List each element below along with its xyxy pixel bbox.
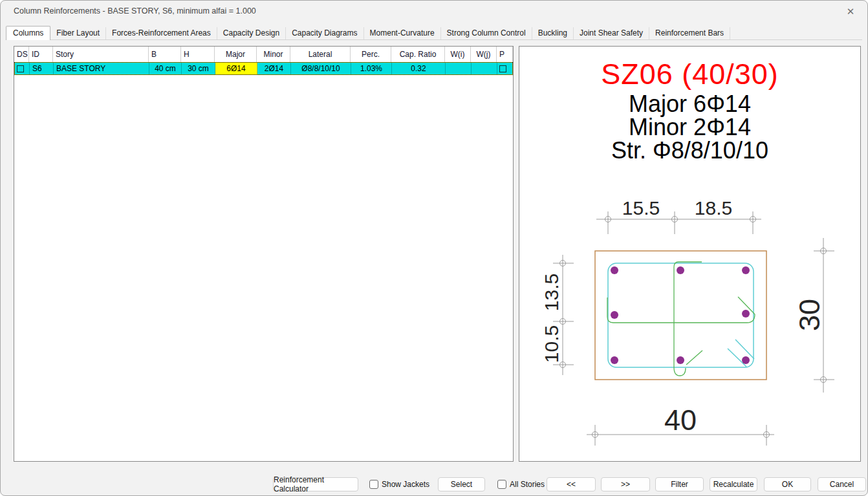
p-cell <box>497 63 512 74</box>
all-stories-checkbox[interactable] <box>497 480 506 489</box>
column-reinforcements-dialog: Column Reinforcements - BASE STORY, S6, … <box>0 0 868 496</box>
header-story[interactable]: Story <box>53 47 149 62</box>
b-cell: 40 cm <box>149 63 182 74</box>
previous-button[interactable]: << <box>547 477 596 491</box>
header-perc[interactable]: Perc. <box>351 47 391 62</box>
tab-moment-curvature[interactable]: Moment-Curvature <box>364 27 441 39</box>
columns-table-panel: DS ID Story B H Major Minor Lateral Perc… <box>14 46 514 462</box>
header-h[interactable]: H <box>181 47 215 62</box>
tab-strip: Columns Fiber Layout Forces-Reinforcemen… <box>6 27 862 40</box>
header-wj[interactable]: W(j) <box>471 47 497 62</box>
close-icon[interactable]: ✕ <box>843 5 858 19</box>
header-major[interactable]: Major <box>215 47 257 62</box>
all-stories-label: All Stories <box>510 480 545 489</box>
filter-button[interactable]: Filter <box>655 477 704 491</box>
id-cell: S6 <box>30 63 54 74</box>
tab-fiber-layout[interactable]: Fiber Layout <box>50 27 106 39</box>
dim-top-right-label: 18.5 <box>695 197 732 219</box>
dim-left-upper-label: 13.5 <box>541 274 562 311</box>
cancel-button[interactable]: Cancel <box>818 477 866 491</box>
rebar-dot <box>742 310 750 318</box>
rebar-dot <box>742 266 750 274</box>
stirrup-hooks <box>728 340 754 367</box>
section-preview-panel: SZ06 (40/30) Major 6Φ14 Minor 2Φ14 Str. … <box>519 46 861 462</box>
rebar-dot <box>742 356 750 364</box>
ok-button[interactable]: OK <box>764 477 811 491</box>
show-jackets-group: Show Jackets <box>369 477 429 491</box>
tab-joint-shear-safety[interactable]: Joint Shear Safety <box>574 27 649 39</box>
dim-right-label: 30 <box>793 299 826 331</box>
dimension-labels: 15.5 18.5 13.5 10.5 30 40 <box>541 197 826 437</box>
tab-strong-column-control[interactable]: Strong Column Control <box>441 27 532 39</box>
dim-bottom-label: 40 <box>664 404 697 437</box>
perc-cell: 1.03% <box>351 63 392 74</box>
story-cell: BASE STORY <box>54 63 149 74</box>
dim-top-left-label: 15.5 <box>622 197 660 219</box>
show-jackets-checkbox[interactable] <box>369 480 378 489</box>
major-cell[interactable]: 6Ø14 <box>215 63 257 74</box>
header-cap-ratio[interactable]: Cap. Ratio <box>391 47 445 62</box>
tab-capacity-diagrams[interactable]: Capacity Diagrams <box>286 27 363 39</box>
header-lateral[interactable]: Lateral <box>290 47 351 62</box>
table-row[interactable]: S6 BASE STORY 40 cm 30 cm 6Ø14 2Ø14 Ø8/8… <box>14 62 513 75</box>
header-ds[interactable]: DS <box>14 47 29 62</box>
rebar-dot <box>611 356 618 364</box>
tab-capacity-design[interactable]: Capacity Design <box>217 27 286 39</box>
tab-buckling[interactable]: Buckling <box>532 27 574 39</box>
lateral-cell[interactable]: Ø8/8/10/10 <box>291 63 351 74</box>
h-cell: 30 cm <box>182 63 215 74</box>
window-title: Column Reinforcements - BASE STORY, S6, … <box>14 6 256 16</box>
show-jackets-label: Show Jackets <box>382 480 429 489</box>
cap-ratio-cell: 0.32 <box>392 63 446 74</box>
rebar-dot <box>677 356 684 364</box>
outer-stirrup <box>608 263 754 367</box>
column-section-diagram: 15.5 18.5 13.5 10.5 30 40 <box>519 47 861 462</box>
wi-cell <box>446 63 472 74</box>
rebar-dot <box>677 266 684 274</box>
tab-forces-reinforcement-areas[interactable]: Forces-Reinforcement Areas <box>106 27 217 39</box>
all-stories-group: All Stories <box>497 477 545 491</box>
header-id[interactable]: ID <box>29 47 53 62</box>
header-wi[interactable]: W(i) <box>445 47 471 62</box>
ds-checkbox[interactable] <box>17 65 24 72</box>
p-checkbox[interactable] <box>499 65 506 72</box>
rebar-dot <box>611 311 618 319</box>
table-header-row: DS ID Story B H Major Minor Lateral Perc… <box>14 47 513 62</box>
title-bar: Column Reinforcements - BASE STORY, S6, … <box>1 1 867 23</box>
select-button[interactable]: Select <box>438 477 485 491</box>
tab-reinforcement-bars[interactable]: Reinforcement Bars <box>649 27 730 39</box>
wj-cell <box>472 63 497 74</box>
header-minor[interactable]: Minor <box>257 47 290 62</box>
ds-cell <box>15 63 30 74</box>
header-p[interactable]: P <box>497 47 513 62</box>
recalculate-button[interactable]: Recalculate <box>710 477 757 491</box>
tab-columns[interactable]: Columns <box>6 26 50 40</box>
header-b[interactable]: B <box>149 47 181 62</box>
next-button[interactable]: >> <box>601 477 650 491</box>
minor-cell[interactable]: 2Ø14 <box>257 63 291 74</box>
reinforcement-calculator-button[interactable]: Reinforcement Calculator <box>273 477 358 491</box>
rebar-dot <box>611 266 618 274</box>
dim-left-lower-label: 10.5 <box>541 325 562 363</box>
